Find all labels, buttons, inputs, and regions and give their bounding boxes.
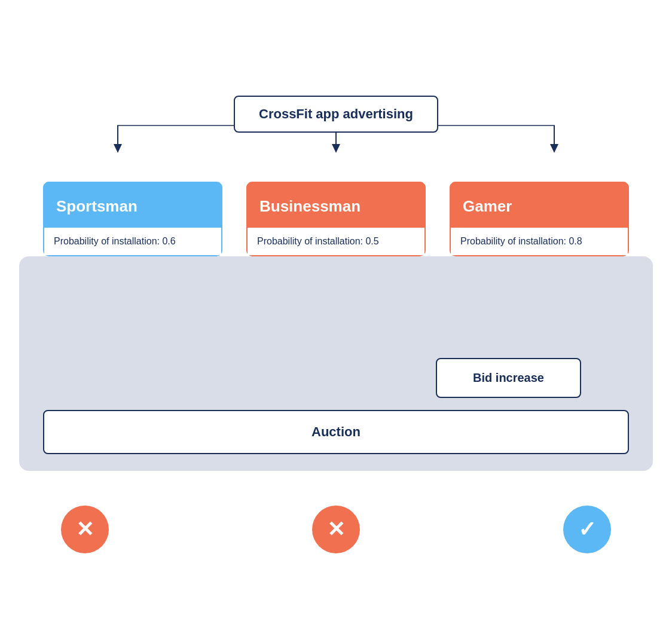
outcome-icon-3: ✓ bbox=[578, 517, 596, 542]
persona-header-businessman: Businessman bbox=[246, 182, 426, 228]
bid-increase-box: Bid increase bbox=[436, 358, 581, 398]
persona-card-businessman: Businessman Probability of installation:… bbox=[246, 182, 426, 256]
persona-body-gamer: Probability of installation: 0.8 bbox=[450, 228, 629, 256]
outcome-circle-2: ✕ bbox=[312, 506, 360, 553]
persona-row: Sportsman Probability of installation: 0… bbox=[19, 182, 653, 256]
gray-container: Bid increase Auction bbox=[19, 256, 653, 471]
persona-prob-businessman: Probability of installation: 0.5 bbox=[257, 236, 379, 246]
persona-body-businessman: Probability of installation: 0.5 bbox=[246, 228, 426, 256]
outcome-icon-1: ✕ bbox=[76, 517, 94, 542]
persona-header-sportsman: Sportsman bbox=[43, 182, 222, 228]
diagram: CrossFit app advertising Sportsman Proba… bbox=[19, 84, 653, 553]
persona-body-sportsman: Probability of installation: 0.6 bbox=[43, 228, 222, 256]
persona-name-sportsman: Sportsman bbox=[56, 197, 209, 216]
root-node: CrossFit app advertising bbox=[234, 96, 438, 133]
persona-name-gamer: Gamer bbox=[463, 197, 616, 216]
bid-increase-label: Bid increase bbox=[473, 371, 544, 384]
auction-box: Auction bbox=[43, 410, 629, 454]
outcome-circle-1: ✕ bbox=[61, 506, 109, 553]
persona-card-sportsman: Sportsman Probability of installation: 0… bbox=[43, 182, 222, 256]
root-label: CrossFit app advertising bbox=[259, 106, 413, 121]
persona-header-gamer: Gamer bbox=[450, 182, 629, 228]
outcome-icon-2: ✕ bbox=[327, 517, 345, 542]
persona-name-businessman: Businessman bbox=[259, 197, 413, 216]
persona-card-gamer: Gamer Probability of installation: 0.8 bbox=[450, 182, 629, 256]
auction-label: Auction bbox=[311, 424, 361, 439]
persona-prob-gamer: Probability of installation: 0.8 bbox=[460, 236, 582, 246]
persona-prob-sportsman: Probability of installation: 0.6 bbox=[54, 236, 176, 246]
outcome-row: ✕ ✕ ✓ bbox=[19, 506, 653, 553]
outcome-circle-3: ✓ bbox=[563, 506, 611, 553]
